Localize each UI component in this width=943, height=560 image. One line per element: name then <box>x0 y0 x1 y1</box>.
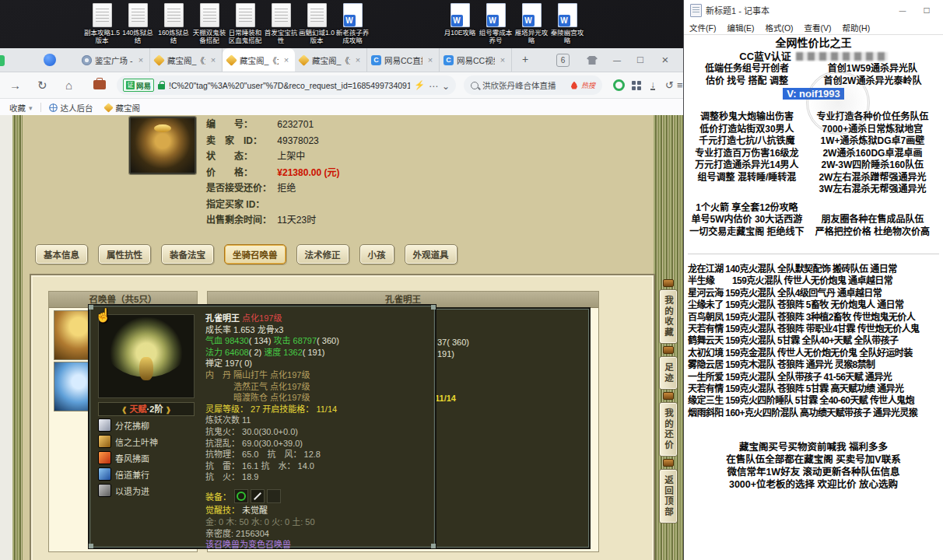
chevron-down-icon[interactable] <box>442 79 450 93</box>
briefcase-icon[interactable] <box>93 80 106 89</box>
desktop-icon[interactable]: 副本攻略1.5版本 <box>84 3 120 44</box>
desktop-icon[interactable]: 月10E攻略 <box>442 3 478 44</box>
notepad-menu-item[interactable]: 帮助(H) <box>837 22 876 33</box>
forward-icon[interactable]: → <box>9 72 21 98</box>
sidebar-item: 足迹 <box>657 346 679 390</box>
note-cell: 2W-3W四阶睡杀160队伍 <box>806 159 939 172</box>
detail-tab[interactable]: 坐骑召唤兽 <box>224 244 286 264</box>
notepad-text-area[interactable]: 全网性价比之王 CC蓝V认证 低端任务组号开创者 首创1W59通杀异光队 估价 … <box>684 35 943 491</box>
desktop-icon[interactable]: 首发宝宝抗性 <box>263 3 299 44</box>
info-label: 出售剩余时间： <box>206 212 275 229</box>
browser-tab[interactable]: 网易CC视频_ <box>440 48 512 72</box>
desktop-icon[interactable]: 组号零成本养号 <box>478 3 514 44</box>
browser-window: 鉴宝广场 - 达 藏宝阁_《大话 藏宝阁_《大话 藏宝阁_ <box>0 48 683 560</box>
detail-tab[interactable]: 装备法宝 <box>161 244 214 264</box>
home-icon[interactable]: ⌂ <box>65 72 72 98</box>
team-line: 半生缘 159克火混队 传世人无价炮鬼 通卓越日常 <box>688 275 939 287</box>
note-row: 低价打造站街双30男人 7000+通杀日常炼狱地宫 <box>688 124 939 136</box>
note-block-b: 1个火箭 享全套12份攻略 单号5W内估价 30大话西游 朋友圈各种在售成品队伍… <box>688 202 939 239</box>
note-cell: 组号调整 混转睡/睡转混 <box>688 172 806 184</box>
desktop-icon[interactable]: 秦陵幽宫攻略 <box>549 3 585 44</box>
maximize-button[interactable] <box>629 48 652 72</box>
sidebar-button[interactable]: 我的收藏 <box>659 289 678 344</box>
notepad-menu-item[interactable]: 格式(O) <box>759 22 798 33</box>
note-cell: 低价打造站街双30男人 <box>688 124 806 136</box>
sidebar-button[interactable]: 返回顶部 <box>659 469 678 523</box>
note-cell <box>806 202 939 215</box>
refresh-icon[interactable]: ↻ <box>37 72 47 98</box>
search-box[interactable]: 洪欣张丹峰合体直播 热搜 <box>464 75 602 95</box>
minimize-button[interactable] <box>605 48 629 72</box>
desktop-icon[interactable]: 140炼狱总结 <box>120 3 156 44</box>
bookmark-cbg[interactable]: 藏宝阁 <box>101 102 144 114</box>
notepad-minimize-button[interactable] <box>892 5 913 15</box>
favorites-menu[interactable]: 收藏 <box>6 102 36 114</box>
detail-tab[interactable]: 小孩 <box>359 244 394 264</box>
download-icon[interactable]: ↓ <box>650 72 655 98</box>
team-line: 星河云海 159克火混队 全队4级回气丹 通卓越日常 <box>688 288 939 299</box>
browser-tab[interactable]: 藏宝阁_《大话 <box>295 48 367 72</box>
lightning-icon[interactable] <box>414 80 425 90</box>
sidebar-button[interactable]: 我的还价 <box>659 402 678 457</box>
detail-tab[interactable]: 外观道具 <box>405 244 457 264</box>
browser-toolbar: → ↻ ⌂ 证 网易 !C%20"tag"%3A%20"user"%7D&rec… <box>0 72 683 99</box>
browser-tab[interactable]: 藏宝阁_《大话 <box>223 48 295 72</box>
notepad-menu-item[interactable]: 文件(F) <box>684 22 721 33</box>
info-label: 是否接受还价： <box>206 180 275 197</box>
bookmark-daren[interactable]: 达人后台 <box>46 102 96 114</box>
security-circle-icon[interactable] <box>613 72 625 98</box>
desktop-icon[interactable]: 天棚双鬼装备搭配 <box>191 3 227 44</box>
browser-tab[interactable]: 鉴宝广场 - 达 <box>78 48 150 72</box>
tab-close-icon[interactable] <box>353 55 363 65</box>
note-cell: 首创1W59通杀异光队 <box>806 63 939 75</box>
extension-badge[interactable]: 6 <box>556 54 570 67</box>
undo-icon[interactable] <box>665 72 674 98</box>
theme-shirt-icon[interactable] <box>587 56 598 65</box>
tab-close-icon[interactable] <box>136 55 145 65</box>
desktop-icon-label: 组号零成本养号 <box>478 29 514 44</box>
footer-line: 3000+位老板的选择 欢迎比价 放心选购 <box>688 478 939 491</box>
detail-tab[interactable]: 法术修正 <box>296 244 349 264</box>
tab-close-icon[interactable] <box>282 55 291 65</box>
browser-tab[interactable]: 藏宝阁_《大话 <box>150 48 223 72</box>
tab-close-icon[interactable] <box>209 55 218 65</box>
browser-tab[interactable]: 网易CC直播_ <box>367 48 440 72</box>
info-value: 49378023 <box>277 135 318 146</box>
team-line: 一生所爱 159克火混队 全队带孩子 41-56天赋 通异光 <box>688 372 939 383</box>
note-row: 一切交易走藏宝阁 拒绝线下 严格把控价格 杜绝物次价高 <box>688 226 939 239</box>
sidebar-button[interactable]: 足迹 <box>659 356 678 390</box>
tab-close-icon[interactable] <box>426 55 435 65</box>
desktop-icon[interactable]: 画魈幻域1.0版本 <box>299 3 335 44</box>
badge-deco-icon: ❱ <box>165 406 171 414</box>
menu-icon[interactable] <box>677 72 683 98</box>
detail-tab[interactable]: 属性抗性 <box>98 244 151 264</box>
notepad-maximize-button[interactable] <box>917 5 937 16</box>
desktop-icon[interactable]: 160炼狱总结 <box>156 3 191 44</box>
apps-grid-icon[interactable] <box>632 72 641 98</box>
skill-row: 春风拂面 <box>98 450 199 465</box>
info-value: 11天23时 <box>277 215 316 226</box>
skill-icon <box>98 418 111 432</box>
new-tab-button[interactable]: + <box>517 52 533 68</box>
footer-line: 微信常年1W好友 滚动更新各种队伍信息 <box>688 466 939 478</box>
notepad-menu-item[interactable]: 查看(V) <box>799 22 837 33</box>
footer-line: 在售队伍全部都在藏宝阁 买卖号加V联系 <box>688 453 939 466</box>
desktop-icon[interactable]: 雁塔异光攻略 <box>514 3 549 44</box>
site-cert-badge[interactable]: 证 网易 <box>123 79 154 92</box>
address-bar[interactable]: 证 网易 !C%20"tag"%3A%20"user"%7D&reco_requ… <box>117 75 456 95</box>
info-value: ¥21380.00 (元) <box>277 167 339 178</box>
note-cell: 低端任务组号开创者 <box>688 63 806 75</box>
tab-close-icon[interactable] <box>498 55 507 65</box>
more-dots-icon[interactable] <box>429 79 438 93</box>
desktop-icon[interactable]: 日常睡装和区血鬼搭配 <box>227 3 263 44</box>
note-row: 组号调整 混转睡/睡转混 2W左右混杀蹭帮强通异光 <box>688 172 939 184</box>
info-value: 上架中 <box>277 151 305 162</box>
team-line: 尘缘未了 159克火混队 苍狼阵 5畜牧 无价炮鬼人 通日常 <box>688 299 939 311</box>
desktop-icon[interactable]: 新老孩子养成攻略 <box>335 3 370 44</box>
notepad-menu-item[interactable]: 编辑(E) <box>721 22 759 33</box>
note-cell: 朋友圈各种在售成品队伍 <box>806 214 939 226</box>
note-cell <box>688 184 806 196</box>
detail-tab[interactable]: 基本信息 <box>35 244 88 264</box>
close-button[interactable] <box>654 48 677 72</box>
sidebar-item: 我的收藏 <box>657 279 679 344</box>
